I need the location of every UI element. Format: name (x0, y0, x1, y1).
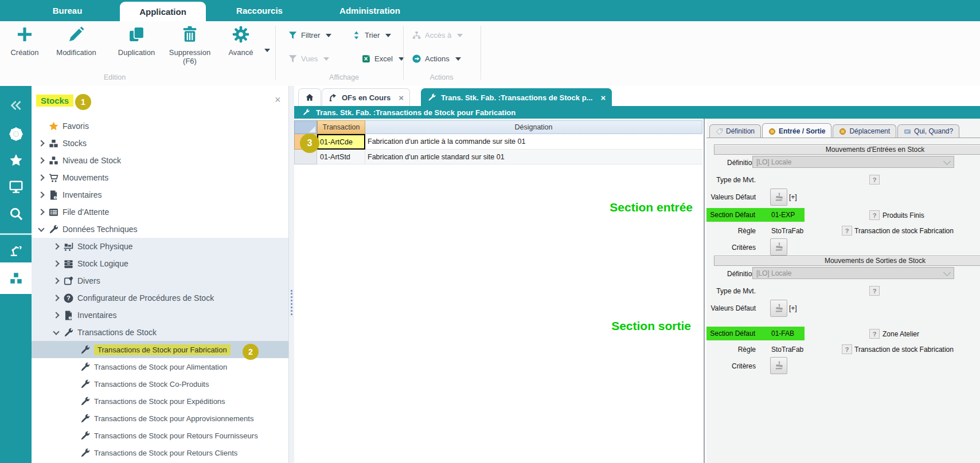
drawer-icon (63, 258, 74, 269)
sidebar-item-niveau-de-stock[interactable]: Niveau de Stock (32, 152, 288, 169)
sidebar-item-mouvements[interactable]: Mouvements (32, 169, 288, 186)
filtrer-button[interactable]: Filtrer (288, 30, 331, 40)
chevron-down-icon[interactable] (50, 331, 62, 334)
chevron-right-icon[interactable] (50, 244, 62, 249)
suppression-button[interactable]: Suppression (F6) (165, 25, 214, 65)
home-icon (305, 93, 314, 102)
chevron-right-icon[interactable] (50, 278, 62, 283)
help-button[interactable]: ? (842, 226, 852, 236)
modification-button[interactable]: Modification (52, 25, 101, 57)
sidebar-item-favoris[interactable]: Favoris (32, 117, 288, 135)
table-cell-designation[interactable]: Fabrication d'un article standard sur si… (365, 150, 702, 164)
sidebar-item-tds-co-produits[interactable]: Transactions de Stock Co-Produits (32, 375, 288, 393)
chevron-down-icon[interactable] (36, 228, 47, 231)
tab-entree-sortie[interactable]: Entrée / Sortie (762, 123, 831, 138)
sidebar-item-tds-expeditions[interactable]: Transactions de Stock pour Expéditions (32, 393, 288, 410)
table-cell-transaction[interactable]: 01-ArtCde (317, 134, 365, 150)
sidebar-item-stock-logique[interactable]: Stock Logique (32, 255, 288, 272)
select-all-corner-cell[interactable] (294, 120, 317, 134)
tab-deplacement[interactable]: Déplacement (833, 124, 896, 138)
rail-favorites-button[interactable] (0, 148, 32, 173)
question-circle-icon (63, 293, 74, 304)
help-button[interactable]: ? (842, 344, 852, 354)
acces-a-button[interactable]: Accès à (412, 30, 463, 40)
sidebar-item-divers[interactable]: Divers (32, 272, 288, 289)
sidebar-item-tds-approvisionnements[interactable]: Transactions de Stock pour Approvisionne… (32, 410, 288, 427)
definition-select-sortie[interactable]: [LO] Locale (752, 267, 954, 279)
close-tab-icon[interactable]: × (600, 93, 606, 103)
excel-icon (361, 54, 371, 64)
close-tab-icon[interactable]: × (399, 93, 404, 103)
duplication-button[interactable]: Duplication (112, 25, 161, 57)
help-button[interactable]: ? (869, 175, 880, 185)
sidebar-item-stock-physique[interactable]: Stock Physique (32, 238, 288, 255)
field-label-valeurs-defaut: Valeurs Défaut (706, 304, 756, 312)
chevron-right-icon[interactable] (50, 296, 62, 300)
help-button[interactable]: ? (869, 210, 880, 220)
chevron-right-icon[interactable] (36, 158, 47, 163)
valeurs-defaut-stamp-button-sortie[interactable] (770, 300, 787, 317)
sidebar-item-inventaires-2[interactable]: Inventaires (32, 307, 288, 324)
annotation-badge-2: 2 (243, 344, 259, 360)
sidebar-item-tds-alimentation[interactable]: Transactions de Stock pour Alimentation (32, 358, 288, 375)
chevron-right-icon[interactable] (36, 141, 47, 146)
tab-qui-quand[interactable]: Qui, Quand? (897, 124, 959, 138)
dropdown-caret-icon[interactable] (326, 34, 331, 37)
sidebar-item-inventaires[interactable]: Inventaires (32, 186, 288, 203)
actions-button[interactable]: Actions (412, 54, 461, 64)
tag-icon (716, 128, 723, 135)
table-cell-designation[interactable]: Fabrication d'un article à la commande s… (365, 134, 702, 150)
avance-button[interactable]: Avancé (218, 25, 264, 57)
criteres-stamp-button-entree[interactable] (770, 238, 787, 256)
trier-button[interactable]: Trier (352, 30, 391, 40)
star-icon (48, 121, 59, 132)
definition-select-entree[interactable]: [LO] Locale (752, 156, 954, 168)
chevron-right-icon[interactable] (50, 261, 62, 266)
menu-tab-administration[interactable]: Administration (330, 0, 410, 21)
menu-tab-application[interactable]: Application (120, 2, 206, 21)
menu-tab-bureau[interactable]: Bureau (34, 0, 100, 21)
plus-link-entree[interactable]: [+] (789, 193, 797, 201)
help-button[interactable]: ? (869, 286, 880, 296)
menu-tab-raccourcis[interactable]: Raccourcis (227, 0, 292, 21)
dropdown-caret-icon[interactable] (455, 57, 461, 61)
sidebar-item-tds-retours-fournisseurs[interactable]: Transactions de Stock pour Retours Fourn… (32, 427, 288, 444)
tab-trans-stk-fab[interactable]: Trans. Stk. Fab. :Transactions de Stock … (421, 88, 612, 106)
table-cell-transaction[interactable]: 01-ArtStd (317, 150, 365, 164)
close-panel-button[interactable]: × (275, 95, 281, 105)
sidebar-item-stocks[interactable]: Stocks (32, 135, 288, 152)
chevron-right-icon[interactable] (36, 175, 47, 180)
section-defaut-field-entree[interactable]: Section Défaut 01-EXP (706, 208, 805, 222)
tab-definition[interactable]: Définition (709, 124, 761, 138)
criteres-stamp-button-sortie[interactable] (770, 357, 787, 374)
sidebar-item-transactions-de-stock[interactable]: Transactions de Stock (32, 324, 288, 341)
rail-production-button[interactable] (0, 237, 32, 262)
stocks-navigation-panel: Stocks × Favoris Stocks Niveau de Stock … (32, 86, 288, 463)
column-header-transaction[interactable]: Transaction (317, 120, 365, 134)
dropdown-caret-icon[interactable] (264, 49, 270, 52)
chevron-right-icon[interactable] (36, 193, 47, 197)
rail-wheel-button[interactable] (0, 121, 32, 147)
collapse-sidebar-button[interactable] (0, 93, 32, 118)
sidebar-item-tds-retours-clients[interactable]: Transactions de Stock pour Retours Clien… (32, 444, 288, 461)
chevron-right-icon[interactable] (50, 313, 62, 317)
tab-home[interactable] (298, 88, 321, 106)
vues-button[interactable]: Vues (288, 54, 329, 64)
rail-stocks-button[interactable] (0, 262, 32, 294)
tab-ofs-en-cours[interactable]: OFs en Cours × (322, 88, 410, 106)
column-header-designation[interactable]: Désignation (365, 120, 702, 134)
copy-icon (127, 25, 146, 44)
rail-search-button[interactable] (0, 201, 32, 226)
dropdown-caret-icon[interactable] (385, 34, 391, 37)
valeurs-defaut-stamp-button-entree[interactable] (770, 189, 787, 206)
chevron-right-icon[interactable] (36, 210, 47, 214)
section-defaut-field-sortie[interactable]: Section Défaut 01-FAB (706, 327, 805, 340)
sidebar-item-file-dattente[interactable]: File d'Attente (32, 203, 288, 221)
sidebar-item-configurateur[interactable]: Configurateur de Procédures de Stock (32, 289, 288, 307)
creation-button[interactable]: Création (0, 25, 49, 57)
sidebar-item-donnees-techniques[interactable]: Données Techniques (32, 221, 288, 238)
help-button[interactable]: ? (869, 329, 880, 339)
rail-monitor-button[interactable] (0, 174, 32, 199)
plus-link-sortie[interactable]: [+] (789, 304, 797, 312)
excel-button[interactable]: Excel (361, 54, 404, 64)
